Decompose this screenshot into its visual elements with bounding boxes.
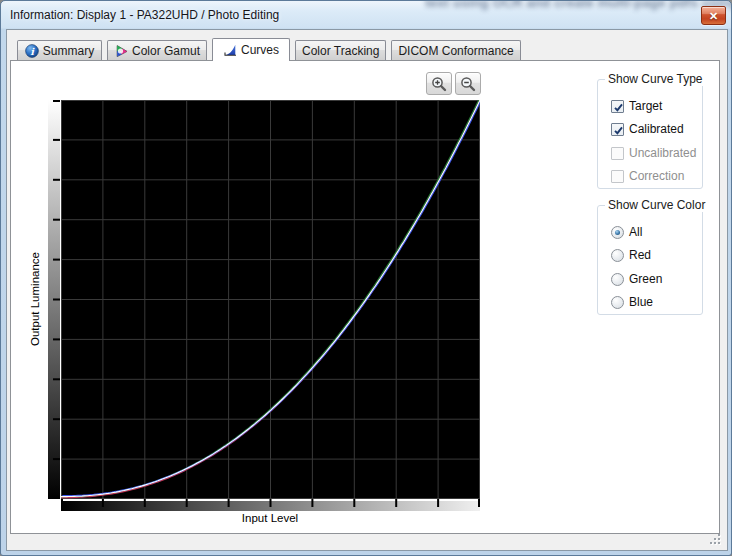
checkbox-label: Calibrated (629, 122, 684, 136)
radio-all[interactable]: All (611, 225, 642, 239)
checkbox-label: Correction (629, 169, 684, 183)
group-title: Show Curve Type (605, 72, 706, 86)
x-axis-label: Input Level (242, 512, 298, 524)
gamut-icon (114, 44, 128, 58)
radio-selected-icon (611, 226, 624, 239)
tab-color-tracking[interactable]: Color Tracking (295, 40, 386, 60)
zoom-in-icon (430, 75, 448, 93)
radio-red[interactable]: Red (611, 248, 651, 262)
tab-curves[interactable]: Curves (212, 38, 290, 61)
curves-plot-svg (61, 100, 480, 499)
y-ticks-svg (48, 100, 60, 499)
checkbox-target[interactable]: Target (611, 99, 662, 113)
radio-icon (611, 249, 624, 262)
tab-label: Summary (43, 44, 94, 58)
radio-label: Red (629, 248, 651, 262)
checkbox-checked-icon (611, 123, 624, 136)
radio-icon (611, 273, 624, 286)
checkbox-calibrated[interactable]: Calibrated (611, 122, 684, 136)
info-icon: i (25, 44, 39, 58)
zoom-in-button[interactable] (426, 72, 452, 95)
tab-label: Color Tracking (302, 44, 379, 58)
y-axis-label: Output Luminance (29, 252, 41, 346)
dialog-body: i Summary Color Gamut (6, 29, 728, 551)
tab-label: Color Gamut (132, 44, 200, 58)
curves-icon (223, 43, 237, 57)
checkbox-checked-icon (611, 100, 624, 113)
radio-label: Blue (629, 295, 653, 309)
information-dialog: text using OCR and create multi-page pdf… (0, 0, 732, 556)
checkbox-label: Target (629, 99, 662, 113)
x-ticks-svg (61, 499, 480, 509)
tab-label: DICOM Conformance (398, 44, 513, 58)
show-curve-type-group: Show Curve Type Target Calibrated Uncali… (597, 79, 703, 189)
close-icon: ✕ (702, 8, 725, 25)
title-bar[interactable]: text using OCR and create multi-page pdf… (1, 1, 731, 29)
zoom-out-button[interactable] (455, 72, 481, 95)
radio-label: Green (629, 272, 662, 286)
tab-color-gamut[interactable]: Color Gamut (107, 40, 207, 60)
background-window-text: text using OCR and create multi-page pdf… (425, 1, 731, 10)
resize-grip[interactable] (710, 534, 722, 546)
close-button[interactable]: ✕ (701, 6, 726, 25)
zoom-out-icon (459, 75, 477, 93)
radio-label: All (629, 225, 642, 239)
window-title: Information: Display 1 - PA322UHD / Phot… (10, 8, 279, 22)
radio-blue[interactable]: Blue (611, 295, 653, 309)
show-curve-color-group: Show Curve Color All Red Green Blue (597, 205, 703, 315)
checkbox-uncalibrated: Uncalibrated (611, 146, 696, 160)
curves-tab-page: Output Luminance Input Level Show Curve … (10, 60, 720, 534)
tab-bar: i Summary Color Gamut (17, 38, 521, 60)
tab-label: Curves (241, 43, 279, 57)
group-title: Show Curve Color (605, 198, 708, 212)
tab-summary[interactable]: i Summary (17, 40, 102, 60)
checkbox-unchecked-icon (611, 170, 624, 183)
checkbox-label: Uncalibrated (629, 146, 696, 160)
checkbox-correction: Correction (611, 169, 684, 183)
radio-icon (611, 296, 624, 309)
radio-green[interactable]: Green (611, 272, 662, 286)
checkbox-unchecked-icon (611, 147, 624, 160)
tab-dicom-conformance[interactable]: DICOM Conformance (391, 40, 520, 60)
